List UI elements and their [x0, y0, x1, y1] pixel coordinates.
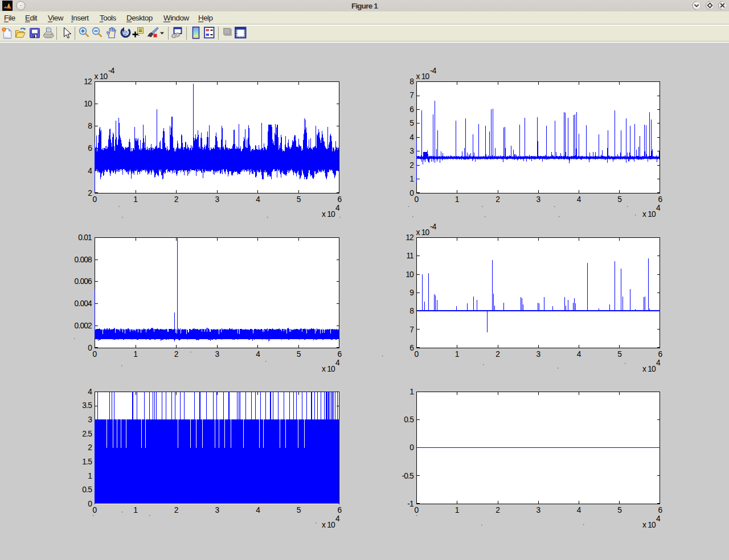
svg-text:x 10: x 10 — [322, 521, 335, 529]
svg-text:5: 5 — [297, 195, 301, 204]
svg-text:12: 12 — [406, 233, 413, 242]
svg-text:4: 4 — [335, 359, 340, 367]
svg-text:4: 4 — [256, 195, 260, 204]
svg-text:0.002: 0.002 — [74, 322, 92, 330]
svg-text:-0.5: -0.5 — [402, 472, 414, 480]
svg-text:1: 1 — [133, 350, 137, 359]
svg-text:10: 10 — [84, 100, 92, 108]
svg-text:12: 12 — [84, 77, 92, 86]
svg-text:1: 1 — [409, 175, 413, 183]
svg-text:4: 4 — [88, 167, 92, 175]
svg-text:6: 6 — [658, 506, 663, 514]
svg-text:9: 9 — [409, 289, 414, 297]
svg-text:6: 6 — [338, 350, 342, 359]
svg-text:x 10: x 10 — [642, 365, 656, 373]
svg-text:2: 2 — [409, 161, 413, 170]
svg-text:0: 0 — [88, 344, 92, 352]
svg-text:0.5: 0.5 — [82, 485, 92, 494]
svg-text:3: 3 — [536, 350, 541, 359]
svg-text:-4: -4 — [430, 223, 437, 231]
svg-text:8: 8 — [88, 122, 92, 130]
svg-text:0: 0 — [88, 500, 92, 508]
svg-text:6: 6 — [338, 506, 342, 514]
svg-text:1: 1 — [133, 506, 137, 514]
svg-text:5: 5 — [617, 195, 622, 204]
svg-text:0.006: 0.006 — [74, 277, 92, 286]
svg-text:7: 7 — [409, 91, 413, 100]
svg-text:0.004: 0.004 — [74, 299, 92, 308]
svg-text:4: 4 — [409, 133, 414, 142]
svg-text:4: 4 — [577, 350, 581, 359]
svg-text:2: 2 — [88, 189, 92, 197]
svg-text:10: 10 — [406, 270, 414, 279]
svg-text:2: 2 — [88, 443, 92, 452]
svg-text:1: 1 — [455, 350, 459, 359]
svg-text:3: 3 — [215, 350, 220, 359]
svg-text:3: 3 — [215, 195, 220, 204]
svg-text:4: 4 — [256, 350, 260, 359]
svg-text:0: 0 — [409, 189, 414, 197]
svg-text:4: 4 — [656, 514, 661, 523]
svg-text:2: 2 — [174, 195, 178, 204]
svg-text:x 10: x 10 — [322, 210, 335, 219]
svg-text:4: 4 — [335, 514, 340, 523]
svg-text:0: 0 — [93, 506, 97, 514]
svg-text:0.5: 0.5 — [404, 415, 414, 424]
svg-text:8: 8 — [409, 307, 414, 315]
svg-text:2: 2 — [495, 195, 499, 204]
svg-text:0: 0 — [415, 506, 419, 514]
svg-text:6: 6 — [658, 350, 663, 359]
svg-text:1.5: 1.5 — [82, 458, 92, 466]
svg-text:x 10: x 10 — [95, 72, 108, 81]
svg-text:7: 7 — [409, 326, 413, 334]
svg-text:1: 1 — [88, 472, 92, 480]
svg-text:3: 3 — [88, 415, 92, 424]
svg-text:5: 5 — [409, 119, 414, 127]
svg-text:1: 1 — [133, 195, 137, 204]
svg-text:1: 1 — [455, 195, 459, 204]
svg-text:0.008: 0.008 — [74, 256, 92, 264]
svg-text:x 10: x 10 — [642, 210, 656, 219]
svg-text:4: 4 — [88, 388, 92, 396]
svg-text:5: 5 — [297, 506, 301, 514]
svg-text:x 10: x 10 — [642, 521, 656, 529]
svg-text:x 10: x 10 — [416, 228, 430, 237]
svg-text:3: 3 — [536, 506, 541, 514]
svg-text:2: 2 — [174, 350, 178, 359]
svg-text:4: 4 — [577, 195, 581, 204]
svg-text:-4: -4 — [108, 67, 115, 75]
svg-text:-4: -4 — [430, 67, 437, 75]
svg-text:6: 6 — [409, 344, 414, 352]
svg-text:4: 4 — [577, 506, 581, 514]
svg-text:6: 6 — [338, 195, 342, 204]
svg-text:2: 2 — [495, 506, 499, 514]
svg-text:0: 0 — [409, 443, 414, 452]
svg-text:11: 11 — [406, 252, 413, 260]
svg-text:0.01: 0.01 — [78, 233, 92, 242]
svg-text:2: 2 — [495, 350, 499, 359]
svg-text:8: 8 — [409, 77, 414, 86]
svg-text:5: 5 — [297, 350, 301, 359]
svg-text:5: 5 — [617, 350, 622, 359]
svg-text:2: 2 — [174, 506, 178, 514]
svg-text:-1: -1 — [407, 500, 413, 508]
svg-text:6: 6 — [409, 105, 414, 114]
svg-text:4: 4 — [656, 204, 661, 212]
svg-text:0: 0 — [415, 350, 419, 359]
svg-text:3: 3 — [215, 506, 220, 514]
svg-text:4: 4 — [656, 359, 661, 367]
svg-text:0: 0 — [93, 195, 97, 204]
svg-text:0: 0 — [93, 350, 97, 359]
svg-text:3: 3 — [536, 195, 541, 204]
svg-text:3.5: 3.5 — [82, 401, 92, 410]
svg-text:x 10: x 10 — [416, 72, 430, 81]
svg-text:0: 0 — [415, 195, 419, 204]
svg-text:1: 1 — [409, 388, 413, 396]
svg-text:4: 4 — [335, 204, 340, 212]
svg-text:3: 3 — [409, 147, 414, 155]
svg-text:4: 4 — [256, 506, 260, 514]
svg-text:1: 1 — [455, 506, 459, 514]
svg-text:5: 5 — [617, 506, 622, 514]
svg-text:6: 6 — [658, 195, 663, 204]
svg-text:x 10: x 10 — [322, 365, 335, 373]
